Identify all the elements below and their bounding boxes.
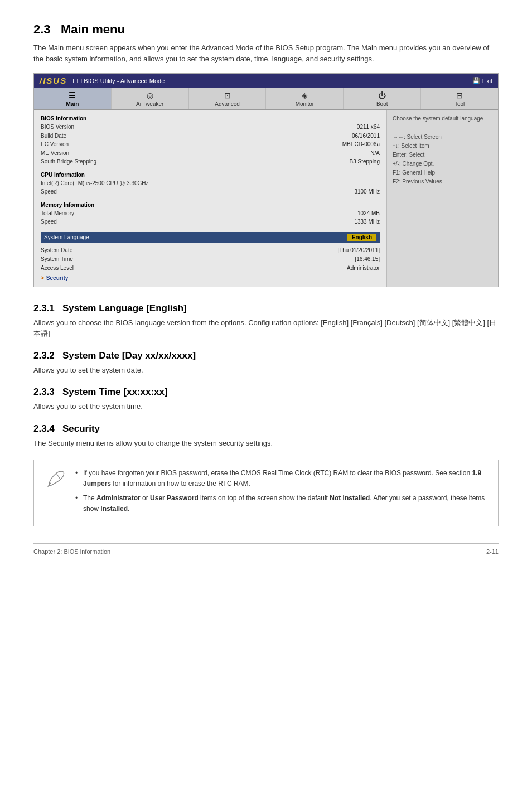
- build-date-value: 06/16/2011: [352, 132, 380, 141]
- subsection-2-3-4-title: 2.3.4 Security: [33, 423, 499, 434]
- subsection-2-3-3-desc: Allows you to set the system time.: [33, 401, 499, 412]
- build-date-row: Build Date 06/16/2011: [41, 132, 380, 141]
- tab-monitor[interactable]: ◈ Monitor: [266, 88, 344, 109]
- access-level-label: Access Level: [41, 264, 74, 273]
- build-date-label: Build Date: [41, 132, 66, 141]
- subsection-2-3-4: 2.3.4 Security The Security menu items a…: [33, 423, 499, 449]
- me-version-label: ME Version: [41, 149, 69, 158]
- note-item-1: If you have forgotten your BIOS password…: [75, 468, 489, 489]
- tab-advanced[interactable]: ⊡ Advanced: [189, 88, 267, 109]
- memory-info-title: Memory Information: [41, 202, 380, 208]
- subsection-2-3-4-desc: The Security menu items allow you to cha…: [33, 438, 499, 449]
- key-f1: F1: General Help: [393, 168, 492, 177]
- cpu-information-group: CPU Information Intel(R) Core(TM) i5-250…: [41, 172, 380, 196]
- note-list: If you have forgotten your BIOS password…: [75, 468, 489, 514]
- advanced-icon: ⊡: [191, 91, 264, 100]
- tab-advanced-label: Advanced: [215, 101, 239, 107]
- bios-version-label: BIOS Version: [41, 123, 74, 132]
- boot-icon: ⏻: [346, 91, 418, 100]
- key-f2: F2: Previous Values: [393, 177, 492, 186]
- system-time-row[interactable]: System Time [16:46:15]: [41, 255, 380, 264]
- system-date-label: System Date: [41, 246, 72, 255]
- cpu-info-title: CPU Information: [41, 172, 380, 178]
- cpu-model-row: Intel(R) Core(TM) i5-2500 CPU @ 3.30GHz: [41, 179, 380, 188]
- memory-speed-value: 1333 MHz: [354, 218, 380, 226]
- main-tab-icon: ☰: [36, 91, 109, 100]
- section-title: 2.3 Main menu: [33, 22, 499, 37]
- subsection-2-3-1-title: 2.3.1 System Language [English]: [33, 303, 499, 314]
- system-date-row[interactable]: System Date [Thu 01/20/2011]: [41, 246, 380, 255]
- system-time-label: System Time: [41, 255, 73, 264]
- note-box: If you have forgotten your BIOS password…: [33, 460, 499, 526]
- tool-icon: ⊟: [423, 91, 496, 100]
- cpu-speed-value: 3100 MHz: [354, 187, 380, 196]
- note-icon: [43, 468, 67, 489]
- tab-tool-label: Tool: [454, 101, 465, 107]
- subsection-2-3-3: 2.3.3 System Time [xx:xx:xx] Allows you …: [33, 386, 499, 412]
- svg-line-0: [48, 485, 49, 487]
- subsection-2-3-1: 2.3.1 System Language [English] Allows y…: [33, 303, 499, 339]
- tab-ai-tweaker-label: Ai Tweaker: [136, 101, 163, 107]
- subsection-2-3-2: 2.3.2 System Date [Day xx/xx/xxxx] Allow…: [33, 350, 499, 376]
- total-memory-label: Total Memory: [41, 209, 74, 218]
- memory-speed-row: Speed 1333 MHz: [41, 218, 380, 226]
- tab-ai-tweaker[interactable]: ◎ Ai Tweaker: [112, 88, 189, 109]
- note-item-2: The Administrator or User Password items…: [75, 493, 489, 514]
- tab-boot[interactable]: ⏻ Boot: [344, 88, 421, 109]
- system-language-label: System Language: [44, 234, 347, 240]
- bios-exit-button[interactable]: 💾 Exit: [472, 77, 492, 84]
- southbridge-label: South Bridge Stepping: [41, 157, 96, 166]
- access-level-row: Access Level Administrator: [41, 264, 380, 273]
- sidebar-help-text: Choose the system default language: [393, 115, 492, 122]
- bios-logo: /ISUS: [40, 76, 67, 85]
- subsection-2-3-1-desc: Allows you to choose the BIOS language v…: [33, 317, 499, 339]
- bios-header-title: EFI BIOS Utility - Advanced Mode: [72, 78, 472, 84]
- bios-information-group: BIOS Information BIOS Version 0211 x64 B…: [41, 115, 380, 166]
- footer-page-number: 2-11: [486, 548, 499, 555]
- bios-ui-box: /ISUS EFI BIOS Utility - Advanced Mode 💾…: [33, 73, 499, 287]
- sidebar-key-guide: →←: Select Screen ↑↓: Select Item Enter:…: [393, 133, 492, 186]
- subsection-2-3-3-title: 2.3.3 System Time [xx:xx:xx]: [33, 386, 499, 398]
- system-language-row[interactable]: System Language English: [41, 232, 380, 243]
- security-arrow-icon: >: [41, 275, 44, 281]
- bios-header: /ISUS EFI BIOS Utility - Advanced Mode 💾…: [34, 74, 498, 88]
- tab-monitor-label: Monitor: [296, 101, 314, 107]
- monitor-icon: ◈: [268, 91, 341, 100]
- tab-main-label: Main: [66, 101, 79, 107]
- bios-main-panel: BIOS Information BIOS Version 0211 x64 B…: [34, 110, 386, 287]
- subsection-2-3-2-title: 2.3.2 System Date [Day xx/xx/xxxx]: [33, 350, 499, 361]
- note-content: If you have forgotten your BIOS password…: [75, 468, 489, 518]
- me-version-row: ME Version N/A: [41, 149, 380, 158]
- system-language-value: English: [347, 234, 376, 241]
- ec-version-value: MBECD-0006a: [342, 140, 380, 149]
- ec-version-label: EC Version: [41, 140, 69, 149]
- bios-sidebar: Choose the system default language →←: S…: [386, 110, 498, 287]
- southbridge-value: B3 Stepping: [350, 157, 380, 166]
- system-time-value: [16:46:15]: [355, 255, 380, 264]
- key-change-opt: +/-: Change Opt.: [393, 160, 492, 168]
- bios-version-row: BIOS Version 0211 x64: [41, 123, 380, 132]
- access-level-value: Administrator: [347, 264, 380, 273]
- bios-info-title: BIOS Information: [41, 115, 380, 122]
- footer-chapter: Chapter 2: BIOS information: [33, 548, 110, 555]
- subsection-2-3-2-desc: Allows you to set the system date.: [33, 365, 499, 376]
- southbridge-row: South Bridge Stepping B3 Stepping: [41, 157, 380, 166]
- cpu-speed-label: Speed: [41, 187, 57, 196]
- memory-speed-label: Speed: [41, 218, 57, 226]
- key-select-screen: →←: Select Screen: [393, 133, 492, 142]
- page-footer: Chapter 2: BIOS information 2-11: [33, 543, 499, 555]
- section-description: The Main menu screen appears when you en…: [33, 42, 499, 64]
- tab-boot-label: Boot: [376, 101, 388, 107]
- total-memory-row: Total Memory 1024 MB: [41, 209, 380, 218]
- tab-main[interactable]: ☰ Main: [34, 88, 112, 109]
- key-enter: Enter: Select: [393, 151, 492, 160]
- security-label: Security: [46, 275, 68, 281]
- exit-label: Exit: [482, 78, 492, 84]
- key-select-item: ↑↓: Select Item: [393, 142, 492, 151]
- total-memory-value: 1024 MB: [357, 209, 380, 218]
- cpu-model-label: Intel(R) Core(TM) i5-2500 CPU @ 3.30GHz: [41, 179, 149, 188]
- memory-information-group: Memory Information Total Memory 1024 MB …: [41, 202, 380, 226]
- security-row[interactable]: > Security: [41, 275, 380, 281]
- tab-tool[interactable]: ⊟ Tool: [421, 88, 498, 109]
- cpu-speed-row: Speed 3100 MHz: [41, 187, 380, 196]
